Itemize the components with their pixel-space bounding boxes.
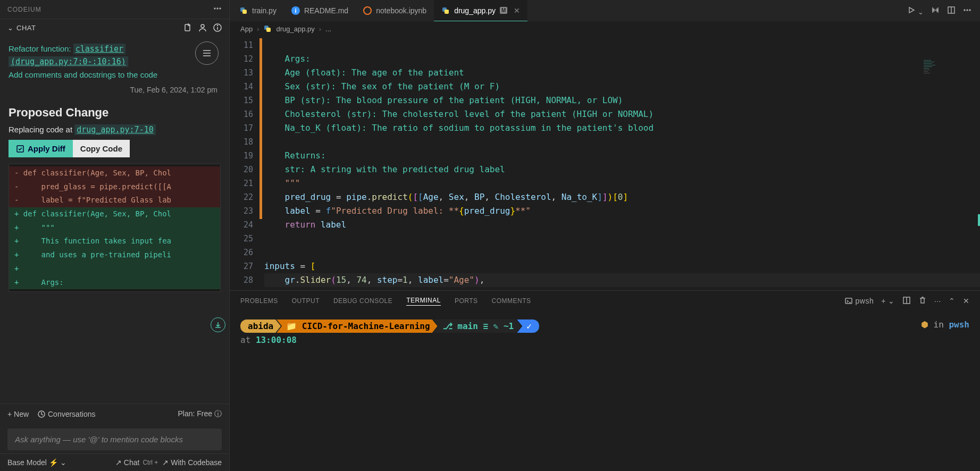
code-area[interactable]: Args: Age (float): The age of the patien… [264, 36, 980, 290]
chevron-down-icon: ⌄ [7, 24, 13, 32]
code-line[interactable] [264, 246, 980, 259]
editor-wrap[interactable]: 111213141516171819202122232425262728 Arg… [230, 36, 980, 290]
code-line[interactable]: return label [264, 218, 980, 232]
code-line[interactable]: Na_to_K (float): The ratio of sodium to … [264, 121, 980, 135]
line-number: 18 [230, 135, 253, 149]
panel-tab-problems[interactable]: PROBLEMS [240, 297, 278, 305]
run-icon[interactable]: ⌄ [907, 6, 924, 16]
code-line[interactable]: Args: [264, 52, 980, 66]
new-terminal-icon[interactable]: + ⌄ [881, 297, 895, 305]
tab-actions: ⌄ [907, 6, 980, 16]
tab-train-py[interactable]: train.py [232, 0, 284, 21]
more-icon[interactable] [213, 4, 222, 14]
panel-tab-terminal[interactable]: TERMINAL [406, 297, 441, 306]
panel-more-icon[interactable]: ··· [934, 297, 941, 305]
hamburger-menu-button[interactable] [195, 41, 219, 65]
svg-point-1 [217, 8, 218, 9]
terminal-time-line: at 13:00:08 [240, 335, 969, 345]
message-timestamp: Tue, Feb 6, 2024, 1:02 pm [9, 86, 221, 94]
chat-shortcut[interactable]: ↗ Chat [115, 458, 139, 467]
modification-indicator [259, 38, 262, 219]
code-line[interactable]: Age (float): The age of the patient [264, 66, 980, 80]
replacing-line: Replacing code at drug_app.py:7-10 [9, 125, 221, 134]
minimap[interactable]: ▬▬▬▬▬▬▬▬▬▬▬▬▬▬▬▬▬▬▬▬▬▬▬▬▬▬▬▬▬▬▬▬▬▬▬▬▬▬▬▬… [922, 57, 980, 190]
code-line[interactable]: gr.Slider(15, 74, step=1, label="Age"), [264, 273, 980, 287]
panel-tab-debug-console[interactable]: DEBUG CONSOLE [333, 297, 392, 305]
breadcrumb[interactable]: App › drug_app.py › ... [230, 21, 980, 36]
line-number: 16 [230, 107, 253, 121]
code-line[interactable]: """ [264, 176, 980, 190]
code-line[interactable]: Sex (str): The sex of the patient (M or … [264, 80, 980, 94]
diff-line: - pred_glass = pipe.predict([[A [9, 180, 220, 194]
tab-more-icon[interactable] [963, 6, 971, 16]
close-tab-icon[interactable]: ✕ [514, 6, 520, 15]
code-line[interactable] [264, 135, 980, 149]
brand-label: CODEIUM [7, 6, 207, 13]
new-conversation-button[interactable]: + New [7, 410, 29, 418]
new-file-icon[interactable] [183, 23, 192, 32]
close-panel-icon[interactable]: ✕ [963, 297, 970, 305]
tab-drug_app-py[interactable]: drug_app.pyM✕ [434, 0, 527, 21]
code-line[interactable]: Cholesterol (str): The cholesterol level… [264, 107, 980, 121]
code-line[interactable]: inputs = [ [264, 259, 980, 273]
diff-line: + """ [9, 221, 220, 235]
tab-README-md[interactable]: iREADME.md [284, 0, 356, 21]
python-icon [263, 24, 272, 33]
replacing-file-link[interactable]: drug_app.py:7-10 [74, 124, 156, 135]
code-line[interactable]: Returns: [264, 149, 980, 163]
refactor-link-2[interactable]: (drug_app.py:7:0-:10:16) [9, 56, 128, 67]
breadcrumb-tail[interactable]: ... [325, 25, 331, 33]
diff-line: + [9, 262, 220, 276]
panel-tab-output[interactable]: OUTPUT [292, 297, 320, 305]
panel-actions: pwsh + ⌄ ··· ⌃ ✕ [844, 296, 969, 306]
user-icon[interactable] [198, 23, 207, 32]
code-line[interactable] [264, 38, 980, 52]
code-line[interactable] [264, 232, 980, 246]
download-icon[interactable] [211, 317, 225, 332]
kill-terminal-icon[interactable] [918, 296, 927, 306]
prompt-branch: ⎇ main ≡ ✎ ~1 [433, 319, 522, 333]
split-editor-icon[interactable] [947, 6, 956, 16]
breadcrumb-root[interactable]: App [240, 25, 253, 33]
code-line[interactable]: pred_drug = pipe.predict([[Age, Sex, BP,… [264, 190, 980, 204]
line-number: 14 [230, 80, 253, 94]
maximize-panel-icon[interactable]: ⌃ [949, 297, 956, 305]
line-number: 15 [230, 94, 253, 107]
chat-label: CHAT [16, 24, 177, 32]
code-line[interactable]: str: A string with the predicted drug la… [264, 163, 980, 176]
diff-line: + Args: [9, 276, 220, 290]
panel-tab-ports[interactable]: PORTS [455, 297, 478, 305]
compare-icon[interactable] [931, 6, 940, 16]
jupyter-icon [363, 6, 372, 15]
line-number: 19 [230, 149, 253, 163]
svg-point-4 [201, 24, 204, 28]
line-number: 11 [230, 38, 253, 52]
plan-label[interactable]: Plan: Free ⓘ [178, 409, 222, 419]
terminal-shell-label[interactable]: pwsh [844, 297, 874, 305]
terminal-body[interactable]: abida 📁 CICD-for-Machine-Learning ⎇ main… [230, 311, 980, 471]
chat-section-header[interactable]: ⌄ CHAT [0, 19, 229, 36]
sidebar-footer-row: + New Conversations Plan: Free ⓘ [0, 403, 229, 424]
copy-code-button[interactable]: Copy Code [73, 140, 130, 157]
ctrl-plus-hint: Ctrl + [143, 459, 158, 466]
chat-input[interactable]: Ask anything — use '@' to mention code b… [7, 428, 222, 450]
tab-notebook-ipynb[interactable]: notebook.ipynb [356, 0, 434, 21]
code-line[interactable]: label = f"Predicted Drug label: **{pred_… [264, 204, 980, 218]
split-terminal-icon[interactable] [902, 296, 911, 306]
panel-tab-comments[interactable]: COMMENTS [492, 297, 531, 305]
line-number: 26 [230, 246, 253, 259]
conversations-button[interactable]: Conversations [37, 410, 95, 418]
info-icon[interactable] [213, 23, 222, 32]
apply-diff-button[interactable]: Apply Diff [9, 140, 73, 157]
prompt-repo: 📁 CICD-for-Machine-Learning [277, 319, 437, 333]
comment-prompt: Add comments and docstrings to the code [9, 70, 221, 79]
line-number: 20 [230, 163, 253, 176]
base-model-selector[interactable]: Base Model ⚡ ⌄ [7, 458, 66, 467]
code-line[interactable]: BP (str): The blood pressure of the pati… [264, 94, 980, 107]
line-gutter: 111213141516171819202122232425262728 [230, 36, 259, 290]
breadcrumb-file[interactable]: drug_app.py [276, 25, 314, 33]
line-number: 28 [230, 273, 253, 287]
with-codebase-button[interactable]: ↗ With Codebase [162, 458, 222, 467]
refactor-link-1[interactable]: classifier [73, 44, 125, 54]
svg-rect-19 [845, 298, 852, 304]
